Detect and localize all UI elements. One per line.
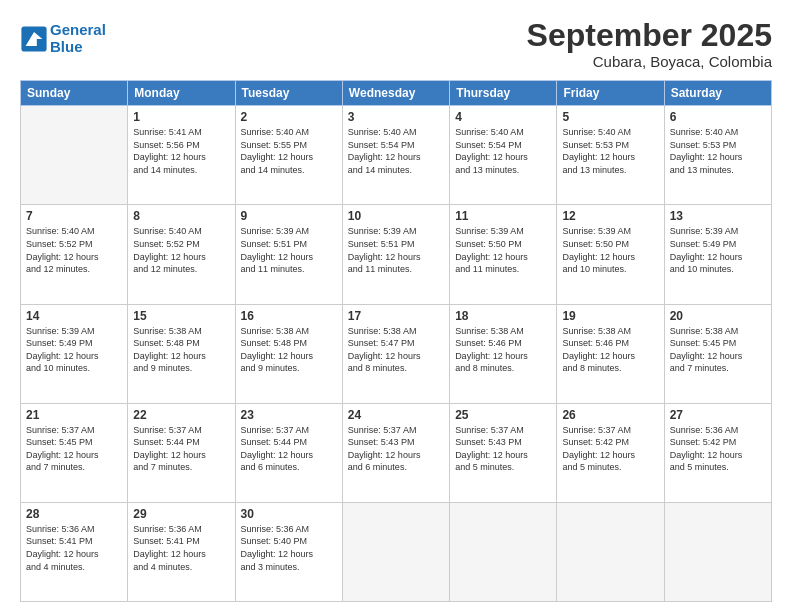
week-row-4: 21Sunrise: 5:37 AM Sunset: 5:45 PM Dayli… [21, 403, 772, 502]
calendar-cell: 30Sunrise: 5:36 AM Sunset: 5:40 PM Dayli… [235, 502, 342, 601]
header: General Blue September 2025 Cubara, Boya… [20, 18, 772, 70]
logo-line2: Blue [50, 38, 83, 55]
day-number: 25 [455, 408, 551, 422]
day-number: 13 [670, 209, 766, 223]
day-number: 10 [348, 209, 444, 223]
calendar-cell: 21Sunrise: 5:37 AM Sunset: 5:45 PM Dayli… [21, 403, 128, 502]
calendar-cell: 11Sunrise: 5:39 AM Sunset: 5:50 PM Dayli… [450, 205, 557, 304]
page: General Blue September 2025 Cubara, Boya… [0, 0, 792, 612]
day-number: 18 [455, 309, 551, 323]
day-number: 3 [348, 110, 444, 124]
day-info: Sunrise: 5:40 AM Sunset: 5:54 PM Dayligh… [455, 126, 551, 176]
calendar-cell: 16Sunrise: 5:38 AM Sunset: 5:48 PM Dayli… [235, 304, 342, 403]
month-title: September 2025 [527, 18, 772, 53]
day-number: 11 [455, 209, 551, 223]
calendar-cell: 29Sunrise: 5:36 AM Sunset: 5:41 PM Dayli… [128, 502, 235, 601]
day-number: 23 [241, 408, 337, 422]
calendar-table: SundayMondayTuesdayWednesdayThursdayFrid… [20, 80, 772, 602]
calendar-cell: 8Sunrise: 5:40 AM Sunset: 5:52 PM Daylig… [128, 205, 235, 304]
day-info: Sunrise: 5:40 AM Sunset: 5:53 PM Dayligh… [670, 126, 766, 176]
calendar-cell [21, 106, 128, 205]
day-number: 1 [133, 110, 229, 124]
logo-line1: General [50, 21, 106, 38]
calendar-cell: 26Sunrise: 5:37 AM Sunset: 5:42 PM Dayli… [557, 403, 664, 502]
day-info: Sunrise: 5:38 AM Sunset: 5:45 PM Dayligh… [670, 325, 766, 375]
weekday-header-sunday: Sunday [21, 81, 128, 106]
calendar-cell: 10Sunrise: 5:39 AM Sunset: 5:51 PM Dayli… [342, 205, 449, 304]
week-row-5: 28Sunrise: 5:36 AM Sunset: 5:41 PM Dayli… [21, 502, 772, 601]
day-info: Sunrise: 5:39 AM Sunset: 5:50 PM Dayligh… [455, 225, 551, 275]
day-number: 8 [133, 209, 229, 223]
calendar-cell: 17Sunrise: 5:38 AM Sunset: 5:47 PM Dayli… [342, 304, 449, 403]
day-info: Sunrise: 5:37 AM Sunset: 5:44 PM Dayligh… [133, 424, 229, 474]
day-info: Sunrise: 5:40 AM Sunset: 5:55 PM Dayligh… [241, 126, 337, 176]
calendar-cell: 4Sunrise: 5:40 AM Sunset: 5:54 PM Daylig… [450, 106, 557, 205]
calendar-cell: 12Sunrise: 5:39 AM Sunset: 5:50 PM Dayli… [557, 205, 664, 304]
day-info: Sunrise: 5:41 AM Sunset: 5:56 PM Dayligh… [133, 126, 229, 176]
day-info: Sunrise: 5:37 AM Sunset: 5:43 PM Dayligh… [455, 424, 551, 474]
day-number: 28 [26, 507, 122, 521]
calendar-cell: 27Sunrise: 5:36 AM Sunset: 5:42 PM Dayli… [664, 403, 771, 502]
calendar-cell: 23Sunrise: 5:37 AM Sunset: 5:44 PM Dayli… [235, 403, 342, 502]
weekday-header-tuesday: Tuesday [235, 81, 342, 106]
week-row-2: 7Sunrise: 5:40 AM Sunset: 5:52 PM Daylig… [21, 205, 772, 304]
day-number: 14 [26, 309, 122, 323]
day-info: Sunrise: 5:40 AM Sunset: 5:54 PM Dayligh… [348, 126, 444, 176]
day-info: Sunrise: 5:39 AM Sunset: 5:50 PM Dayligh… [562, 225, 658, 275]
day-number: 27 [670, 408, 766, 422]
day-info: Sunrise: 5:38 AM Sunset: 5:47 PM Dayligh… [348, 325, 444, 375]
logo-icon [20, 25, 48, 53]
day-number: 16 [241, 309, 337, 323]
day-info: Sunrise: 5:39 AM Sunset: 5:49 PM Dayligh… [670, 225, 766, 275]
calendar-cell: 19Sunrise: 5:38 AM Sunset: 5:46 PM Dayli… [557, 304, 664, 403]
title-block: September 2025 Cubara, Boyaca, Colombia [527, 18, 772, 70]
day-info: Sunrise: 5:36 AM Sunset: 5:41 PM Dayligh… [26, 523, 122, 573]
day-number: 2 [241, 110, 337, 124]
day-info: Sunrise: 5:36 AM Sunset: 5:42 PM Dayligh… [670, 424, 766, 474]
day-number: 9 [241, 209, 337, 223]
logo: General Blue [20, 22, 106, 55]
day-number: 22 [133, 408, 229, 422]
day-info: Sunrise: 5:40 AM Sunset: 5:52 PM Dayligh… [26, 225, 122, 275]
day-number: 20 [670, 309, 766, 323]
calendar-cell: 9Sunrise: 5:39 AM Sunset: 5:51 PM Daylig… [235, 205, 342, 304]
day-info: Sunrise: 5:40 AM Sunset: 5:52 PM Dayligh… [133, 225, 229, 275]
day-info: Sunrise: 5:39 AM Sunset: 5:51 PM Dayligh… [348, 225, 444, 275]
calendar-cell: 22Sunrise: 5:37 AM Sunset: 5:44 PM Dayli… [128, 403, 235, 502]
day-info: Sunrise: 5:39 AM Sunset: 5:51 PM Dayligh… [241, 225, 337, 275]
logo-text: General Blue [50, 22, 106, 55]
calendar-cell: 13Sunrise: 5:39 AM Sunset: 5:49 PM Dayli… [664, 205, 771, 304]
calendar-cell: 28Sunrise: 5:36 AM Sunset: 5:41 PM Dayli… [21, 502, 128, 601]
day-number: 4 [455, 110, 551, 124]
day-info: Sunrise: 5:37 AM Sunset: 5:42 PM Dayligh… [562, 424, 658, 474]
day-number: 17 [348, 309, 444, 323]
day-info: Sunrise: 5:38 AM Sunset: 5:46 PM Dayligh… [455, 325, 551, 375]
calendar-cell: 1Sunrise: 5:41 AM Sunset: 5:56 PM Daylig… [128, 106, 235, 205]
day-info: Sunrise: 5:37 AM Sunset: 5:43 PM Dayligh… [348, 424, 444, 474]
day-number: 24 [348, 408, 444, 422]
calendar-cell [450, 502, 557, 601]
calendar-cell: 5Sunrise: 5:40 AM Sunset: 5:53 PM Daylig… [557, 106, 664, 205]
calendar-cell: 6Sunrise: 5:40 AM Sunset: 5:53 PM Daylig… [664, 106, 771, 205]
day-number: 6 [670, 110, 766, 124]
day-info: Sunrise: 5:36 AM Sunset: 5:40 PM Dayligh… [241, 523, 337, 573]
calendar-cell: 2Sunrise: 5:40 AM Sunset: 5:55 PM Daylig… [235, 106, 342, 205]
day-number: 21 [26, 408, 122, 422]
calendar-cell [342, 502, 449, 601]
day-number: 19 [562, 309, 658, 323]
week-row-3: 14Sunrise: 5:39 AM Sunset: 5:49 PM Dayli… [21, 304, 772, 403]
calendar-cell: 3Sunrise: 5:40 AM Sunset: 5:54 PM Daylig… [342, 106, 449, 205]
day-info: Sunrise: 5:38 AM Sunset: 5:46 PM Dayligh… [562, 325, 658, 375]
week-row-1: 1Sunrise: 5:41 AM Sunset: 5:56 PM Daylig… [21, 106, 772, 205]
day-number: 12 [562, 209, 658, 223]
day-number: 30 [241, 507, 337, 521]
calendar-cell: 15Sunrise: 5:38 AM Sunset: 5:48 PM Dayli… [128, 304, 235, 403]
day-info: Sunrise: 5:38 AM Sunset: 5:48 PM Dayligh… [133, 325, 229, 375]
day-info: Sunrise: 5:40 AM Sunset: 5:53 PM Dayligh… [562, 126, 658, 176]
calendar-cell [664, 502, 771, 601]
day-number: 29 [133, 507, 229, 521]
weekday-header-thursday: Thursday [450, 81, 557, 106]
day-info: Sunrise: 5:37 AM Sunset: 5:45 PM Dayligh… [26, 424, 122, 474]
day-number: 15 [133, 309, 229, 323]
calendar-cell [557, 502, 664, 601]
